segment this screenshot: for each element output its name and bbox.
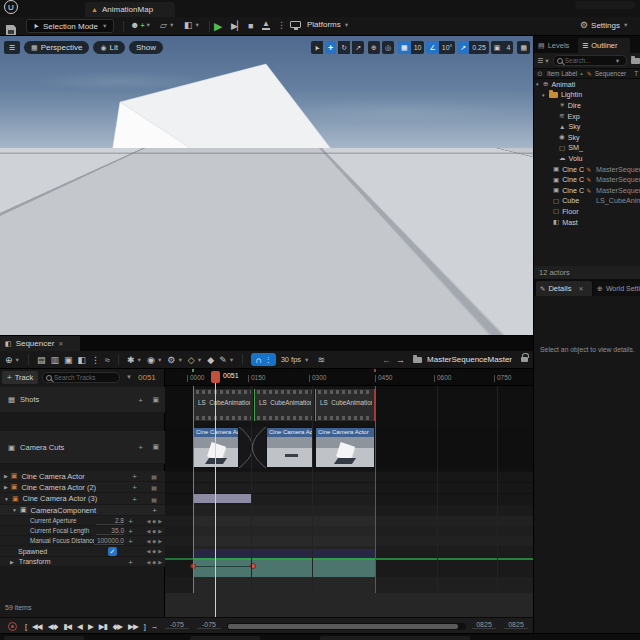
shot-clip[interactable]: LS_CubeAnimation	[193, 389, 253, 421]
add-actor-button[interactable]: ☻ + ▼	[130, 20, 151, 30]
visibility-column-icon[interactable]: ⊙	[537, 70, 543, 78]
step-forward-button[interactable]: ▶▮	[99, 622, 107, 631]
close-icon[interactable]: ✕	[578, 285, 583, 292]
outliner-row[interactable]: ◉Sky	[534, 132, 640, 143]
view-range-start-field[interactable]: -075	[165, 621, 189, 629]
scrollbar-thumb[interactable]	[228, 624, 458, 629]
surface-snap-button[interactable]: ◎	[382, 41, 394, 54]
more-options-icon[interactable]: ⋮	[277, 20, 286, 30]
unreal-logo-icon[interactable]: U	[4, 0, 18, 14]
outliner-row[interactable]: ▢Floor	[534, 206, 640, 217]
track-focal-length[interactable]: Current Focal Length 35.0 + ◀◆▶	[0, 526, 165, 536]
expand-arrow[interactable]: ▼	[4, 496, 9, 502]
forward-icon[interactable]: →	[396, 355, 405, 365]
next-key-icon[interactable]: ▶	[158, 548, 162, 554]
set-end-button[interactable]: ]	[144, 622, 145, 631]
track-camera-component[interactable]: ▼ ▣ CameraComponent +	[0, 505, 165, 516]
tab-world-settings[interactable]: ⊕ World Setti	[594, 281, 640, 296]
property-value[interactable]: 35.0	[96, 527, 124, 535]
working-range-start-field[interactable]: -075	[197, 621, 221, 629]
outliner-row[interactable]: ▣Cine C✎MasterSequenc	[534, 174, 640, 185]
save-icon[interactable]: ▤	[37, 355, 46, 365]
add-key-icon[interactable]: ◆	[152, 548, 156, 554]
output-log-button[interactable]	[190, 636, 260, 640]
create-folder-icon[interactable]	[631, 58, 640, 64]
world-space-button[interactable]: ⊕	[368, 41, 380, 54]
sequence-breadcrumb[interactable]: MasterSequenceMaster	[427, 355, 512, 364]
rotate-tool-button[interactable]: ↻	[338, 41, 350, 54]
autokey-icon[interactable]: ◆	[207, 355, 214, 365]
add-icon[interactable]: +	[128, 516, 133, 525]
timeline-ruler[interactable]: 000001500300045006000750	[165, 369, 533, 386]
item-label-column[interactable]: Item Label	[547, 70, 577, 77]
camera-cut-crossfade[interactable]	[239, 427, 266, 468]
scale-snap-button[interactable]: ↗ 0.25	[457, 41, 489, 54]
shot-clip[interactable]: LS_CubeAnimation	[254, 389, 314, 421]
sequencer-column[interactable]: Sequencer	[595, 70, 626, 77]
camera-icon[interactable]: ▣	[64, 355, 73, 365]
selection-mode-dropdown[interactable]: ➤ Selection Mode ▼	[26, 19, 114, 33]
add-icon[interactable]: +	[132, 494, 137, 503]
find-icon[interactable]: ▥	[51, 355, 60, 365]
outliner-row[interactable]: ▣Cine C✎MasterSequenc	[534, 185, 640, 196]
working-range-end-field[interactable]: 0825	[472, 621, 496, 629]
add-icon[interactable]: +	[138, 395, 143, 404]
visibility-icon[interactable]: ◉▼	[147, 355, 162, 365]
outliner-search-input[interactable]	[565, 57, 613, 64]
outliner-row[interactable]: ◧Mast	[534, 217, 640, 228]
next-key-icon[interactable]: ▶	[158, 528, 162, 534]
prev-key-icon[interactable]: ◀	[146, 559, 150, 565]
play-button[interactable]: ▶	[88, 622, 93, 631]
type-column[interactable]: T	[634, 70, 638, 77]
playback-options-icon[interactable]: ⚙▼	[167, 355, 183, 365]
curves-icon[interactable]: ≈	[105, 355, 110, 365]
spawned-section-bar[interactable]	[193, 549, 375, 558]
grid-snap-button[interactable]: ▦ 10	[398, 41, 424, 54]
tab-outliner[interactable]: ☰Outliner	[578, 38, 630, 53]
spawned-checkbox[interactable]: ✓	[108, 547, 117, 556]
track-search-input[interactable]	[54, 374, 114, 381]
add-key-icon[interactable]: ◆	[152, 518, 156, 524]
expand-arrow[interactable]: ▶	[10, 559, 14, 565]
add-icon[interactable]: +	[128, 557, 133, 566]
expand-arrow[interactable]: ▶	[4, 484, 8, 490]
world-icon[interactable]: ⊕▼	[5, 355, 20, 365]
clapper-icon[interactable]: ◧	[78, 355, 87, 365]
lock-icon[interactable]	[521, 357, 528, 362]
move-tool-button[interactable]: +	[325, 41, 336, 54]
perspective-dropdown[interactable]: ▦ Perspective	[24, 41, 89, 54]
ease-curve-button[interactable]: ∩⋮	[251, 353, 276, 366]
camera-add-icon[interactable]: ▣	[152, 443, 159, 451]
next-key-icon[interactable]: ▶	[158, 518, 162, 524]
expand-arrow[interactable]: ▾	[542, 92, 549, 98]
camera-section-bar[interactable]	[193, 494, 252, 503]
prev-key-icon[interactable]: ◀	[146, 518, 150, 524]
list-icon[interactable]: ▤	[151, 484, 157, 491]
curve-editor-icon[interactable]: ≋	[318, 355, 326, 365]
outliner-row[interactable]: ▢CubeLS_CubeAnimat	[534, 196, 640, 207]
outliner-row[interactable]: ☁Volu	[534, 153, 640, 164]
prev-key-icon[interactable]: ◀	[146, 548, 150, 554]
fps-dropdown[interactable]: 30 fps▼	[281, 355, 310, 364]
blueprints-button[interactable]: ▱▼	[160, 20, 174, 30]
scale-tool-button[interactable]: ↗	[352, 41, 364, 54]
outliner-row[interactable]: ▾Lightin	[534, 90, 640, 101]
outliner-search-input-wrap[interactable]: ▼	[553, 55, 627, 66]
track-current-aperture[interactable]: Current Aperture 2.8 + ◀◆▶	[0, 516, 165, 526]
record-button[interactable]	[8, 622, 17, 631]
expand-arrow[interactable]: ▾	[536, 81, 543, 87]
content-drawer-button[interactable]	[4, 636, 84, 640]
outliner-row[interactable]: ▾⊕Animati	[534, 79, 640, 90]
track-cine-camera-1[interactable]: ▶ ▣ Cine Camera Actor + ▤	[0, 471, 165, 482]
back-icon[interactable]: ←	[382, 355, 391, 365]
timeline[interactable]: 000001500300045006000750	[165, 369, 533, 617]
pen-icon[interactable]: ✎▼	[219, 355, 234, 365]
tab-details[interactable]: ✎ Details ✕	[536, 281, 592, 296]
next-key-icon[interactable]: ▶	[158, 559, 162, 565]
tab-levels[interactable]: ▤Levels	[534, 38, 576, 53]
camera-speed-button[interactable]: ▣ 4	[491, 41, 514, 54]
track-filter-icon[interactable]: ▼	[126, 374, 132, 380]
property-value[interactable]: 2.8	[96, 517, 124, 525]
transform-section-bar[interactable]	[193, 560, 375, 577]
list-icon[interactable]: ▤	[151, 473, 157, 480]
